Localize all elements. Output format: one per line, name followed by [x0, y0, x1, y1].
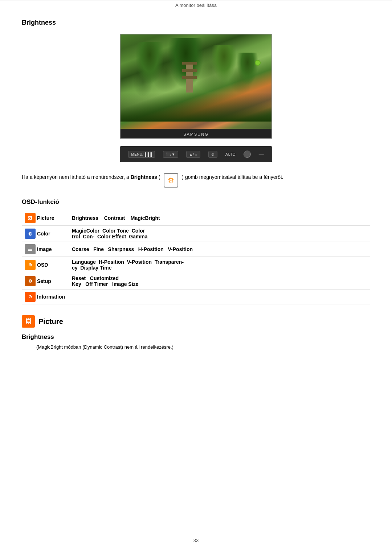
table-row: 🖼 Picture Brightness Contrast MagicBrigh… — [22, 211, 370, 226]
brightness-icon-box: ⚙ — [164, 173, 178, 188]
input-button[interactable]: ⬛/▼ — [163, 151, 178, 158]
osd-menu-icon: ⊕ — [25, 260, 36, 270]
dash-label: — — [259, 151, 264, 157]
osd-title: OSD-funkció — [22, 198, 370, 206]
monitor-brand: SAMSUNG — [121, 129, 271, 139]
picture-icon-large: 🖼 — [22, 315, 35, 328]
table-row: ⚙ Setup Reset CustomizedKey Off Timer Im… — [22, 273, 370, 290]
table-row: ▬ Image Coarse Fine Sharpness H-Position… — [22, 242, 370, 257]
menu-item-picture: 🖼 Picture — [25, 213, 66, 223]
color-menu-icon: ◐ — [25, 229, 36, 239]
monitor-image: SAMSUNG — [120, 34, 272, 139]
menu-item-information: ⊙ Information — [25, 292, 66, 302]
menu-item-image: ▬ Image — [25, 244, 66, 254]
footer: 33 — [0, 534, 392, 547]
source-button[interactable]: ⊙ — [208, 151, 217, 158]
monitor-image-wrapper: SAMSUNG — [22, 34, 370, 139]
brightness-title: Brightness — [22, 19, 370, 26]
picture-menu-icon: 🖼 — [25, 213, 36, 223]
table-row: ◐ Color MagicColor Color Tone Colortrol … — [22, 226, 370, 242]
info-menu-icon: ⊙ — [25, 292, 36, 302]
menu-item-osd: ⊕ OSD — [25, 260, 66, 270]
brightness-note: (MagicBright módban (Dynamic Contrast) n… — [36, 344, 370, 350]
desc-pre: Ha a képernyőn nem látható a menürendsze… — [22, 173, 160, 181]
brightness-description: Ha a képernyőn nem látható a menürendsze… — [22, 173, 370, 188]
page-number: 33 — [193, 538, 199, 543]
picture-sub-items: Brightness Contrast MagicBright — [69, 211, 370, 226]
header-title: A monitor beállítása — [175, 3, 217, 8]
desc-post: ) gomb megnyomásával állítsa be a fényer… — [182, 173, 283, 181]
brightness-sub-title: Brightness — [22, 333, 370, 341]
menu-item-color: ◐ Color — [25, 229, 66, 239]
osd-table: 🖼 Picture Brightness Contrast MagicBrigh… — [22, 211, 370, 304]
info-sub-items — [69, 290, 370, 304]
osd-sub-items: Language H-Position V-Position Transpare… — [69, 257, 370, 273]
picture-header: 🖼 Picture — [22, 315, 370, 328]
color-sub-items: MagicColor Color Tone Colortrol Con- Col… — [69, 226, 370, 242]
image-sub-items: Coarse Fine Sharpness H-Position V-Posit… — [69, 242, 370, 257]
power-button[interactable] — [244, 151, 251, 158]
menu-button[interactable]: MENU/▐▐▐ — [128, 151, 155, 158]
brightness-button[interactable]: ▲/☼ — [186, 151, 200, 158]
picture-icon-symbol: 🖼 — [25, 318, 31, 325]
table-row: ⊙ Information — [22, 290, 370, 304]
picture-section-title: Picture — [38, 317, 63, 326]
monitor-screen — [121, 34, 271, 129]
auto-label: AUTO — [225, 152, 236, 156]
note-content: (MagicBright módban (Dynamic Contrast) n… — [36, 344, 173, 350]
menu-item-setup: ⚙ Setup — [25, 276, 66, 286]
sun-icon: ⚙ — [168, 175, 174, 186]
setup-sub-items: Reset CustomizedKey Off Timer Image Size — [69, 273, 370, 290]
table-row: ⊕ OSD Language H-Position V-Position Tra… — [22, 257, 370, 273]
control-panel: MENU/▐▐▐ ⬛/▼ ▲/☼ ⊙ AUTO — — [120, 146, 272, 162]
control-panel-wrapper: MENU/▐▐▐ ⬛/▼ ▲/☼ ⊙ AUTO — — [22, 146, 370, 162]
setup-menu-icon: ⚙ — [25, 276, 36, 286]
image-menu-icon: ▬ — [25, 244, 36, 254]
